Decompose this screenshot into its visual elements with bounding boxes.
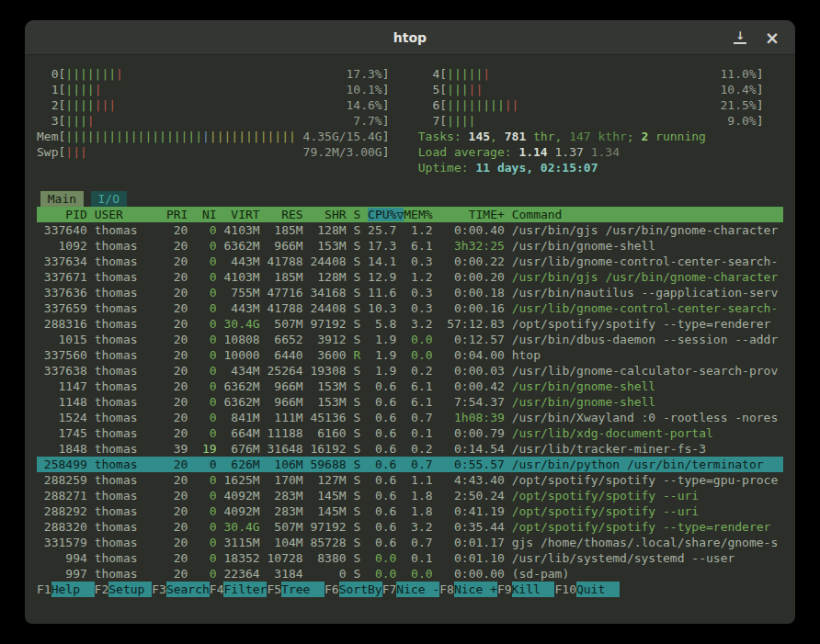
download-icon[interactable]: ↓: [732, 29, 748, 46]
process-row[interactable]: 288316 thomas 20 0 30.4G 507M 97192 S 5.…: [37, 316, 783, 332]
column-header-pid[interactable]: PID: [37, 208, 95, 221]
meter-bar: ||||9.0%: [447, 113, 757, 129]
cell-shr: 128M: [310, 270, 353, 284]
process-row[interactable]: 1147 thomas 20 0 6362M 966M 153M S 0.6 6…: [37, 378, 783, 394]
fn-kill[interactable]: F9Kill: [497, 582, 555, 597]
cell-time: 0:01.10: [439, 551, 511, 565]
fn-nice[interactable]: F7Nice -: [382, 582, 440, 597]
process-row[interactable]: 337659 thomas 20 0 443M 41788 24408 S 10…: [37, 300, 783, 316]
column-header-user[interactable]: USER: [95, 208, 166, 221]
cpu-meter-2-label: 2: [37, 97, 58, 113]
fn-label: Tree: [281, 582, 325, 597]
cpu-meter-7-value: 9.0%: [727, 113, 756, 129]
cell-command: /usr/lib/systemd/systemd --user: [512, 551, 735, 565]
cell-virt: 443M: [224, 254, 268, 268]
column-header-time[interactable]: TIME+: [439, 208, 511, 221]
process-row[interactable]: 337560 thomas 20 0 10000 6440 3600 R 1.9…: [37, 347, 783, 363]
cell-pri: 20: [166, 223, 195, 237]
process-row[interactable]: 337636 thomas 20 0 755M 47716 34168 S 11…: [37, 285, 783, 300]
process-row[interactable]: 1848 thomas 39 19 676M 31648 16192 S 0.6…: [37, 441, 783, 457]
cell-virt: 22364: [224, 567, 268, 581]
process-row[interactable]: 994 thomas 20 0 18352 10728 8380 S 0.0 0…: [37, 550, 783, 566]
cell-ni: 0: [195, 504, 223, 518]
column-header-cpu[interactable]: CPU%▽: [368, 208, 404, 221]
column-header-pri[interactable]: PRI: [166, 208, 195, 221]
cell-pid: 288292: [37, 504, 95, 518]
cell-cpu: 1.9: [368, 364, 404, 378]
meter-open-bracket: [: [58, 113, 65, 129]
column-header-command[interactable]: Command: [512, 208, 563, 221]
process-row[interactable]: 288259 thomas 20 0 1625M 170M 127M S 0.6…: [37, 472, 783, 488]
process-row[interactable]: 288292 thomas 20 0 4092M 283M 145M S 0.6…: [37, 503, 783, 519]
tab-main[interactable]: Main: [40, 191, 84, 207]
process-row[interactable]: 337634 thomas 20 0 443M 41788 24408 S 14…: [37, 254, 783, 269]
process-row[interactable]: 1745 thomas 20 0 664M 11188 6160 S 0.6 0…: [37, 425, 783, 441]
fn-nice[interactable]: F8Nice +: [439, 582, 497, 597]
cell-virt: 30.4G: [224, 317, 268, 331]
column-header-virt[interactable]: VIRT: [224, 208, 268, 221]
cell-user: thomas: [95, 223, 166, 237]
tab-io[interactable]: I/O: [91, 191, 127, 207]
cell-s: S: [353, 286, 368, 299]
cell-virt: 626M: [224, 458, 268, 471]
cell-mem: 0.0: [404, 333, 439, 346]
cell-pri: 20: [166, 348, 195, 362]
cpu-meter-1: 1[|||||10.1%]: [37, 82, 390, 97]
cell-command: /opt/spotify/spotify --type=renderer: [512, 520, 771, 534]
process-row[interactable]: 1524 thomas 20 0 841M 111M 45136 S 0.6 0…: [37, 410, 783, 425]
cell-pri: 20: [166, 411, 195, 424]
column-header-mem[interactable]: MEM%: [404, 208, 439, 221]
process-row[interactable]: 288320 thomas 20 0 30.4G 507M 97192 S 0.…: [37, 519, 783, 535]
meter-segment: ||: [469, 83, 484, 96]
process-row[interactable]: 337671 thomas 20 0 4103M 185M 128M S 12.…: [37, 269, 783, 285]
swap-meter-value: 79.2M/3.00G: [303, 144, 382, 160]
cell-mem: 1.2: [404, 223, 439, 237]
meter-row: Uptime: 11 days, 02:15:07: [37, 160, 783, 175]
fn-key-f3: F3: [152, 582, 166, 597]
cell-mem: 6.1: [404, 239, 439, 253]
fn-quit[interactable]: F10Quit: [554, 582, 619, 597]
cell-virt: 10808: [224, 333, 268, 346]
fn-filter[interactable]: F4Filter: [210, 582, 268, 597]
cell-user: thomas: [95, 270, 166, 284]
process-row[interactable]: 1092 thomas 20 0 6362M 966M 153M S 17.3 …: [37, 238, 783, 254]
cell-ni: 0: [195, 473, 223, 487]
column-header-ni[interactable]: NI: [195, 208, 223, 221]
cell-pri: 20: [166, 520, 195, 534]
fn-label: Help: [51, 582, 95, 597]
cpu-meter-3-value: 7.7%: [353, 113, 382, 129]
column-header-s[interactable]: S: [353, 208, 368, 221]
cell-command: /usr/bin/python /usr/bin/terminator: [512, 458, 764, 471]
process-row[interactable]: 331579 thomas 20 0 3115M 104M 85728 S 0.…: [37, 535, 783, 550]
fn-help[interactable]: F1Help: [37, 582, 95, 597]
meter-close-bracket: ]: [382, 144, 390, 160]
cell-command: /usr/lib/xdg-document-portal: [512, 426, 713, 440]
cell-pid: 1745: [37, 426, 95, 440]
process-row[interactable]: 337638 thomas 20 0 434M 25264 19308 S 1.…: [37, 363, 783, 378]
fn-search[interactable]: F3Search: [152, 582, 210, 597]
process-row[interactable]: 337640 thomas 20 0 4103M 185M 128M S 25.…: [37, 222, 783, 238]
fn-label: Search: [166, 582, 210, 597]
meter-fill: |||||: [447, 83, 483, 96]
cell-virt: 676M: [224, 442, 268, 456]
cpu-meter-0-value: 17.3%: [347, 66, 382, 82]
cell-res: 966M: [268, 239, 311, 253]
cell-shr: 16192: [310, 442, 353, 456]
fn-tree[interactable]: F5Tree: [267, 582, 325, 597]
process-row[interactable]: 288271 thomas 20 0 4092M 283M 145M S 0.6…: [37, 488, 783, 503]
process-row[interactable]: 258499 thomas 20 0 626M 106M 59688 S 0.6…: [37, 457, 783, 472]
close-icon[interactable]: ×: [764, 29, 780, 46]
process-row[interactable]: 997 thomas 20 0 22364 3184 0 S 0.0 0.0 0…: [37, 566, 783, 582]
process-row[interactable]: 1015 thomas 20 0 10808 6652 3912 S 1.9 0…: [37, 332, 783, 347]
meter-spacer: [37, 160, 390, 175]
window-titlebar[interactable]: htop ↓ ×: [25, 20, 795, 55]
cell-cpu: 0.6: [368, 411, 404, 424]
cell-res: 104M: [268, 536, 311, 549]
column-header-res[interactable]: RES: [268, 208, 311, 221]
process-row[interactable]: 1148 thomas 20 0 6362M 966M 153M S 0.6 6…: [37, 394, 783, 410]
fn-setup[interactable]: F2Setup: [95, 582, 153, 597]
column-header-shr[interactable]: SHR: [310, 208, 353, 221]
meter-fill: ||||: [447, 114, 475, 128]
cell-time: 0:00.16: [439, 301, 511, 315]
fn-sortby[interactable]: F6SortBy: [325, 582, 382, 597]
